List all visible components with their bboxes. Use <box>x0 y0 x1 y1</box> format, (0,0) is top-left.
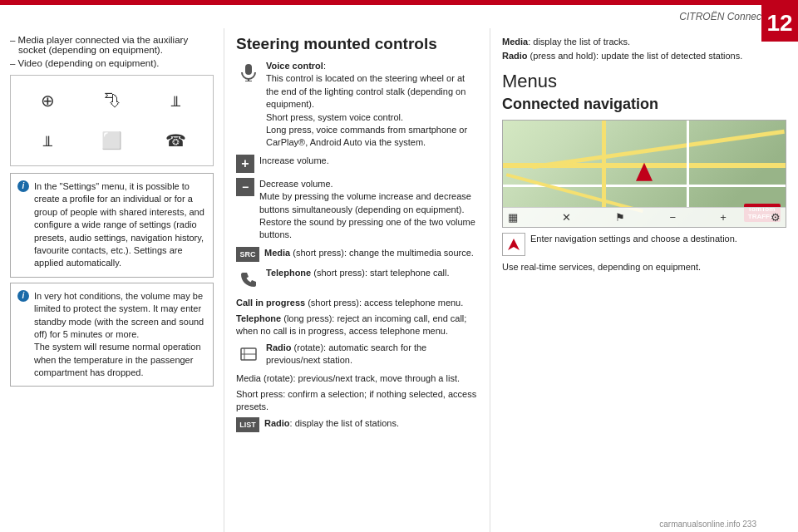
usb-icon: ⫫ <box>161 86 191 116</box>
map-toolbar: ▦ ✕ ⚑ − + ⚙ <box>503 207 786 227</box>
right-top-text: Media: display the list of tracks. Radio… <box>502 35 786 62</box>
src-row: SRC Media (short press): change the mult… <box>236 247 478 262</box>
voice-control-text: Voice control: This control is located o… <box>266 60 478 150</box>
map-road-v1 <box>602 121 606 207</box>
nav-arrow-icon <box>502 233 525 256</box>
nav-info-text: Enter navigation settings and choose a d… <box>530 233 737 245</box>
plus-icon: + <box>236 155 254 173</box>
info-icon-2: i <box>17 290 29 302</box>
right-column: Media: display the list of tracks. Radio… <box>490 28 798 532</box>
map-plus-icon: + <box>720 211 727 224</box>
nav-info-row: Enter navigation settings and choose a d… <box>502 233 786 256</box>
header: CITROËN Connect Nav <box>0 5 798 28</box>
list-row: LIST Radio: display the list of stations… <box>236 417 478 432</box>
grid-icon: ⬜ <box>97 126 127 155</box>
main-content: – Media player connected via the auxilia… <box>0 28 798 532</box>
svg-rect-0 <box>245 64 252 75</box>
list-badge: LIST <box>236 417 259 432</box>
svg-marker-6 <box>508 239 520 250</box>
volume-down-text: Decrease volume. Mute by pressing the vo… <box>259 178 478 242</box>
use-text: Use real-time services, depending on equ… <box>502 261 786 273</box>
bluetooth-icon: ⮷ <box>97 86 127 116</box>
map-settings-icon: ⚙ <box>771 211 781 224</box>
telephone-long-text: Telephone (long press): reject an incomi… <box>236 313 478 338</box>
src-text: Media (short press): change the multimed… <box>264 247 478 259</box>
bullet-1: – Media player connected via the auxilia… <box>10 35 214 55</box>
map-minus-icon: − <box>669 211 676 224</box>
middle-column: Steering mounted controls Voice control:… <box>224 28 490 532</box>
mic-icon <box>236 60 261 85</box>
call-in-progress-text: Call in progress (short press): access t… <box>236 297 478 309</box>
bullet-2: – Video (depending on equipment). <box>10 58 214 68</box>
list-text: Radio: display the list of stations. <box>264 417 478 430</box>
left-column: – Media player connected via the auxilia… <box>0 28 224 532</box>
steering-controls-title: Steering mounted controls <box>236 35 478 53</box>
radio-dial-row: Radio (rotate): automatic search for the… <box>236 342 478 367</box>
gps-icon: ⊕ <box>33 86 63 116</box>
telephone-row: Telephone (short press): start telephone… <box>236 267 478 292</box>
info-box-1-text: In the "Settings" menu, it is possible t… <box>34 181 204 268</box>
map-cursor-icon: ✕ <box>562 211 571 224</box>
voice-control-row: Voice control: This control is located o… <box>236 60 478 150</box>
info-box-2: i In very hot conditions, the volume may… <box>10 283 214 387</box>
usb2-icon: ⫫ <box>33 126 63 155</box>
volume-up-text: Increase volume. <box>259 155 478 167</box>
telephone-icon <box>236 267 261 292</box>
info-icon-1: i <box>17 180 29 192</box>
short-press-text: Short press: confirm a selection; if not… <box>236 388 478 414</box>
map-pin-icon: ⚑ <box>615 211 625 224</box>
watermark: carmanualsonline.info 233 <box>659 520 756 529</box>
map-arrow <box>636 163 653 181</box>
connected-nav-heading: Connected navigation <box>502 96 786 113</box>
radio-dial-icon <box>236 342 261 367</box>
src-badge: SRC <box>236 247 259 262</box>
volume-down-row: − Decrease volume. Mute by pressing the … <box>236 178 478 242</box>
telephone-text: Telephone (short press): start telephone… <box>266 267 478 279</box>
map-road-v2 <box>687 121 689 207</box>
media-rotate-text: Media (rotate): previous/next track, mov… <box>236 372 478 385</box>
map-container: TomTomTRAFFIC ▦ ✕ ⚑ − + ⚙ <box>502 120 786 228</box>
phone-icon: ☎ <box>161 126 191 155</box>
menus-heading: Menus <box>502 71 786 92</box>
radio-dial-text: Radio (rotate): automatic search for the… <box>266 342 478 367</box>
map-grid-icon: ▦ <box>508 211 518 224</box>
icon-grid: ⊕ ⮷ ⫫ ⫫ ⬜ ☎ <box>10 75 214 166</box>
minus-icon: − <box>236 178 254 196</box>
volume-up-row: + Increase volume. <box>236 155 478 173</box>
info-box-1: i In the "Settings" menu, it is possible… <box>10 173 214 278</box>
info-box-2-text: In very hot conditions, the volume may b… <box>34 291 204 377</box>
